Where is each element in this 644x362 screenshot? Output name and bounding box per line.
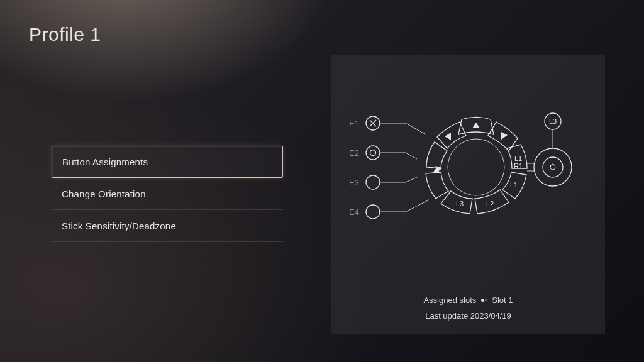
- page-title: Profile 1: [29, 24, 101, 45]
- svg-text:L3: L3: [549, 118, 557, 125]
- controller-preview-panel: .stroke { fill: none; stroke: #e8e5e0; s…: [331, 55, 605, 334]
- menu-item-button-assignments[interactable]: Button Assignments: [52, 146, 283, 178]
- svg-point-21: [543, 157, 563, 177]
- svg-text:E1: E1: [349, 119, 359, 128]
- svg-point-9: [448, 139, 504, 195]
- expansion-e4: E4: [349, 200, 429, 219]
- svg-text:L2: L2: [486, 200, 494, 207]
- svg-text:E2: E2: [349, 148, 359, 158]
- controller-ring: L1 R1 L1 L2 L3: [426, 118, 527, 214]
- svg-text:R1: R1: [514, 162, 523, 170]
- svg-marker-10: [472, 123, 480, 128]
- svg-point-20: [534, 148, 572, 186]
- menu-item-label: Change Orientation: [62, 189, 146, 199]
- menu-item-stick-sensitivity[interactable]: Stick Sensitivity/Deadzone: [52, 210, 283, 242]
- svg-point-4: [370, 150, 376, 156]
- slot-icon: [481, 299, 487, 302]
- controller-diagram: .stroke { fill: none; stroke: #e8e5e0; s…: [331, 55, 605, 334]
- svg-text:E3: E3: [349, 178, 359, 187]
- settings-menu: Button Assignments Change Orientation St…: [52, 146, 283, 242]
- expansion-e2: E2: [349, 146, 417, 160]
- last-update-value: 2023/04/19: [470, 311, 511, 321]
- svg-marker-19: [445, 133, 451, 140]
- analog-stick: L3: [527, 113, 572, 186]
- svg-text:L1: L1: [514, 155, 522, 162]
- expansion-e3: E3: [349, 175, 418, 189]
- menu-item-label: Button Assignments: [62, 156, 148, 167]
- svg-text:L1: L1: [510, 181, 518, 189]
- preview-footer: Assigned slots Slot 1 Last update 2023/0…: [331, 295, 605, 321]
- svg-point-8: [366, 205, 380, 219]
- svg-point-3: [366, 146, 380, 160]
- last-update-label: Last update: [425, 311, 468, 321]
- menu-item-label: Stick Sensitivity/Deadzone: [62, 221, 176, 231]
- expansion-e1: E1: [349, 116, 426, 134]
- svg-point-6: [366, 175, 380, 189]
- svg-marker-11: [501, 132, 508, 140]
- assigned-slots-label: Assigned slots: [423, 295, 476, 305]
- svg-text:E4: E4: [349, 207, 359, 217]
- assigned-slot-value: Slot 1: [492, 295, 513, 305]
- svg-text:L3: L3: [456, 200, 464, 207]
- menu-item-change-orientation[interactable]: Change Orientation: [52, 178, 283, 210]
